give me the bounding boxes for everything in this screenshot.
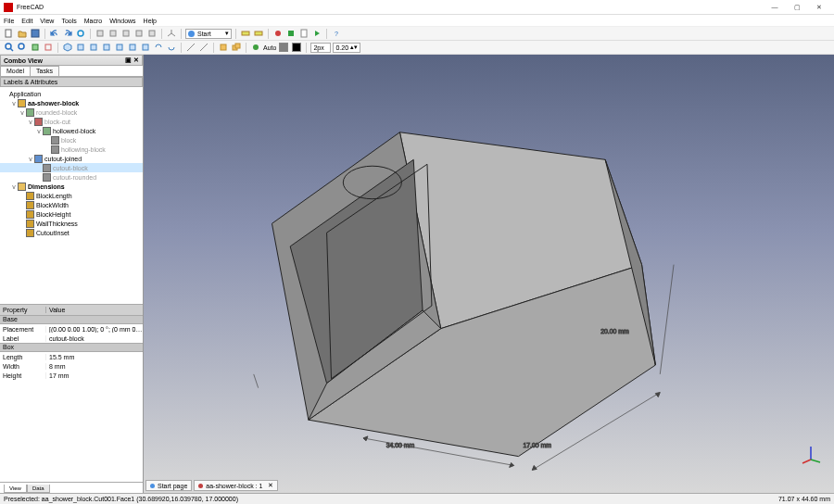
view-bottom-icon[interactable]: [127, 42, 138, 53]
minimize-button[interactable]: —: [764, 1, 786, 14]
menubar: File Edit View Tools Macro Windows Help: [0, 15, 834, 27]
menu-macro[interactable]: Macro: [84, 18, 102, 24]
menu-view[interactable]: View: [40, 18, 54, 24]
record-icon[interactable]: [272, 28, 284, 39]
view-right-icon[interactable]: [101, 42, 112, 53]
open-icon[interactable]: [17, 28, 28, 39]
svg-point-27: [253, 44, 259, 50]
menu-edit[interactable]: Edit: [21, 18, 32, 24]
linewidth-preset[interactable]: 2px: [310, 43, 331, 53]
draw-style-icon[interactable]: [30, 42, 41, 53]
measure2b-icon[interactable]: [198, 42, 209, 53]
tree-item[interactable]: block: [0, 135, 143, 145]
tree-item[interactable]: vhollowed-block: [0, 126, 143, 135]
panel-close-icon[interactable]: ▣ ✕: [125, 57, 139, 64]
bbox-icon[interactable]: [43, 42, 54, 53]
prop-section-base: Base: [0, 315, 143, 324]
menu-file[interactable]: File: [4, 18, 14, 24]
property-row[interactable]: Width8 mm: [0, 361, 143, 371]
tree-item[interactable]: CutoutInset: [0, 228, 143, 237]
property-row[interactable]: Labelcutout-block: [0, 334, 143, 343]
view-left-icon[interactable]: [140, 42, 151, 53]
tab-data[interactable]: Data: [27, 485, 50, 493]
tree-item[interactable]: BlockLength: [0, 191, 143, 200]
menu-windows[interactable]: Windows: [109, 18, 135, 24]
doc-tab-start[interactable]: Start page: [145, 480, 192, 491]
view-rot2-icon[interactable]: [166, 42, 177, 53]
combo-tabs: Model Tasks: [0, 66, 143, 77]
redo-icon[interactable]: [62, 28, 73, 39]
svg-rect-11: [288, 31, 294, 36]
prop-header-value: Value: [46, 307, 65, 313]
tree-item[interactable]: cutout-rounded: [0, 172, 143, 182]
svg-rect-22: [130, 44, 135, 50]
whatsthis-icon[interactable]: ?: [331, 28, 342, 39]
3d-view[interactable]: 34.00 mm 17.00 mm 20.00 mm Start page aa…: [144, 55, 834, 493]
new-icon[interactable]: [4, 28, 15, 39]
tab-model[interactable]: Model: [0, 66, 31, 76]
tree-item[interactable]: hollowing-block: [0, 145, 143, 154]
prop-header-property: Property: [0, 307, 46, 313]
dim-depth: 20.00 mm: [600, 328, 629, 334]
view-front-icon[interactable]: [75, 42, 86, 53]
measure1-icon[interactable]: [185, 42, 196, 53]
tree-item[interactable]: WallThickness: [0, 219, 143, 228]
property-row[interactable]: Placement[(0.00 0.00 1.00); 0 °; (0 mm 0…: [0, 324, 143, 334]
cube2-icon[interactable]: [107, 28, 119, 39]
save-icon[interactable]: [30, 28, 41, 39]
color-line[interactable]: [292, 43, 301, 52]
stop-icon[interactable]: [285, 28, 297, 39]
svg-point-15: [19, 44, 24, 49]
tab-tasks[interactable]: Tasks: [30, 66, 59, 76]
close-button[interactable]: ✕: [808, 1, 830, 14]
undo-icon[interactable]: [49, 28, 60, 39]
tree-item[interactable]: cutout-block: [0, 163, 143, 172]
measure-icon[interactable]: [240, 28, 251, 39]
svg-line-38: [811, 460, 820, 462]
linewidth-value[interactable]: 0.20▴▾: [333, 43, 360, 53]
macros-icon[interactable]: [298, 28, 310, 39]
tab-view[interactable]: View: [4, 485, 27, 493]
zoom-fit-icon[interactable]: [4, 42, 15, 53]
tree-item[interactable]: vblock-cut: [0, 117, 143, 126]
toolbar-view: Auto 2px 0.20▴▾: [0, 41, 834, 55]
property-row[interactable]: Height17 mm: [0, 371, 143, 380]
view-rear-icon[interactable]: [114, 42, 125, 53]
color-face[interactable]: [279, 43, 288, 52]
zoom-all-icon[interactable]: [17, 42, 28, 53]
auto-label: Auto: [263, 44, 276, 51]
cube5-icon[interactable]: [146, 28, 158, 39]
tree-item[interactable]: BlockHeight: [0, 209, 143, 219]
maximize-button[interactable]: ▢: [786, 1, 808, 14]
tree-item[interactable]: vcutout-joined: [0, 154, 143, 163]
menu-help[interactable]: Help: [144, 18, 157, 24]
cube-icon[interactable]: [95, 28, 106, 39]
svg-point-2: [78, 31, 83, 36]
tree-item[interactable]: BlockWidth: [0, 200, 143, 209]
measure2-icon[interactable]: [253, 28, 264, 39]
part-box-icon[interactable]: [218, 42, 229, 53]
tree-item[interactable]: vaa-shower-block: [0, 98, 143, 107]
cube3-icon[interactable]: [120, 28, 132, 39]
tree-item[interactable]: vDimensions: [0, 182, 143, 191]
svg-rect-20: [104, 44, 109, 50]
titlebar: FreeCAD — ▢ ✕: [0, 0, 834, 15]
play-icon[interactable]: [311, 28, 322, 39]
doc-tab-model[interactable]: aa-shower-block : 1✕: [194, 480, 278, 491]
menu-tools[interactable]: Tools: [61, 18, 76, 24]
toolbar-main: Start▾ ?: [0, 27, 834, 41]
model-tree[interactable]: Applicationvaa-shower-blockvrounded-bloc…: [0, 87, 143, 304]
cube4-icon[interactable]: [133, 28, 145, 39]
svg-rect-24: [221, 44, 226, 50]
property-row[interactable]: Length15.5 mm: [0, 352, 143, 361]
view-top-icon[interactable]: [88, 42, 99, 53]
svg-rect-1: [32, 30, 39, 37]
view-rot1-icon[interactable]: [153, 42, 164, 53]
tree-item[interactable]: vrounded-block: [0, 107, 143, 117]
auto-toggle[interactable]: [250, 42, 261, 53]
refresh-icon[interactable]: [75, 28, 86, 39]
axes-icon[interactable]: [166, 28, 177, 39]
view-iso-icon[interactable]: [62, 42, 73, 53]
part-group-icon[interactable]: [231, 42, 242, 53]
workbench-selector[interactable]: Start▾: [185, 29, 232, 39]
